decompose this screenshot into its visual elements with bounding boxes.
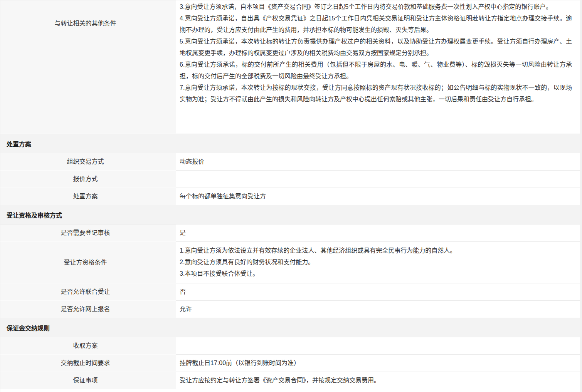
row-joint-transfer: 是否允许联合受让 否 [0, 283, 580, 301]
listing-detail-table: 与转让相关的其他条件 3.意向受让方须承诺，自本项目《资产交易合同》签订之日起5… [0, 0, 580, 392]
section-title: 受让资格及审核方式 [7, 210, 62, 219]
row-label: 受让方资格条件 [0, 242, 176, 283]
row-disposal-plan: 处置方案 每个标的都单独征集意向受让方 [0, 188, 580, 205]
row-online-signup: 是否允许网上报名 允许 [0, 301, 580, 318]
listing-detail-page: 与转让相关的其他条件 3.意向受让方须承诺，自本项目《资产交易合同》签订之日起5… [0, 0, 582, 392]
condition-item-4: 4.意向受让方须承诺，自出具《产权交易凭证》之日起15个工作日内凭相关交易证明和… [180, 13, 572, 36]
row-value: 3.意向受让方须承诺，自本项目《资产交易合同》签订之日起5个工作日内将交易价款和… [176, 0, 580, 134]
row-value: 是 [176, 224, 580, 242]
row-label: 与转让相关的其他条件 [0, 0, 176, 134]
row-collect-plan: 收取方案 [0, 337, 580, 355]
row-guarantee-matters: 保证事项 受让方应按约定与转让方签署《资产交易合同》，并按规定交纳交易费用。 [0, 372, 580, 389]
row-label: 组织交易方式 [0, 153, 176, 171]
row-need-review: 是否需要登记审核 是 [0, 224, 580, 242]
qualification-item-3: 3.本项目不接受联合体受让。 [180, 268, 572, 280]
row-value: 动态报价 [176, 153, 580, 171]
row-label: 交纳截止时间要求 [0, 355, 176, 372]
scrollbar-track[interactable] [580, 0, 582, 392]
condition-item-7: 7.意向受让方须承诺，本次转让为按标的现状交接，受让方同意按照标的资产现有状况接… [180, 82, 572, 105]
row-value: 每个标的都单独征集意向受让方 [176, 188, 580, 205]
condition-item-5: 5.意向受让方须承诺，本次转让标的转让方负责提供办理产权过户的相关资料，以及协助… [180, 36, 572, 59]
row-other-transfer-conditions: 与转让相关的其他条件 3.意向受让方须承诺，自本项目《资产交易合同》签订之日起5… [0, 0, 580, 134]
row-transferee-qualification: 受让方资格条件 1.意向受让方须为依法设立并有效存续的企业法人、其他经济组织或具… [0, 242, 580, 283]
row-pay-deadline: 交纳截止时间要求 挂牌截止日17:00前（以银行到账时间为准） [0, 355, 580, 372]
section-title: 保证金交纳规则 [7, 323, 50, 332]
section-header-deposit: 保证金交纳规则 [0, 318, 580, 337]
section-title: 处置方案 [7, 139, 31, 148]
row-value [176, 171, 580, 188]
row-value: 1.意向受让方须为依法设立并有效存续的企业法人、其他经济组织或具有完全民事行为能… [176, 242, 580, 283]
section-header-disposal: 处置方案 [0, 134, 580, 153]
condition-item-3: 3.意向受让方须承诺，自本项目《资产交易合同》签订之日起5个工作日内将交易价款和… [180, 1, 572, 13]
row-label: 处置方案 [0, 188, 176, 205]
row-label: 是否允许网上报名 [0, 301, 176, 318]
row-label: 报价方式 [0, 171, 176, 188]
section-header-qualification: 受让资格及审核方式 [0, 205, 580, 224]
row-trade-method: 组织交易方式 动态报价 [0, 153, 580, 171]
row-label: 保证事项 [0, 372, 176, 389]
qualification-item-1: 1.意向受让方须为依法设立并有效存续的企业法人、其他经济组织或具有完全民事行为能… [180, 245, 572, 256]
row-value: 受让方应按约定与转让方签署《资产交易合同》，并按规定交纳交易费用。 [176, 372, 580, 389]
row-label: 是否允许联合受让 [0, 283, 176, 301]
row-value: 否 [176, 283, 580, 301]
qualification-item-2: 2.意向受让方须具有良好的财务状况和支付能力。 [180, 256, 572, 268]
row-value [176, 337, 580, 355]
condition-item-6: 6.意向受让方须承诺，标的交付前所产生的相关费用（包括但不限于房屋的水、电、暖、… [180, 59, 572, 82]
row-label: 是否需要登记审核 [0, 224, 176, 242]
row-value: 允许 [176, 301, 580, 318]
row-value: 挂牌截止日17:00前（以银行到账时间为准） [176, 355, 580, 372]
row-quote-method: 报价方式 [0, 171, 580, 188]
row-label: 收取方案 [0, 337, 176, 355]
